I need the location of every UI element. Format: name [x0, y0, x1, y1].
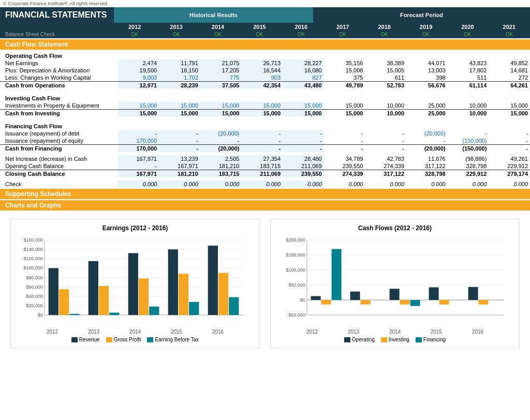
revenue-legend-item: Revenue [71, 337, 100, 342]
num-cell: - [489, 137, 530, 145]
num-cell: 183,715 [241, 162, 283, 170]
row-label: Cash from Financing [0, 145, 118, 153]
num-cell: 42,783 [365, 155, 406, 162]
num-cell: (150,000) [448, 137, 489, 145]
num-cell: (20,000) [200, 130, 242, 137]
num-cell: 229,912 [489, 162, 530, 170]
num-cell: - [324, 130, 365, 137]
num-cell: 44,071 [406, 59, 448, 67]
num-cell: - [159, 137, 200, 145]
num-cell: 1,702 [159, 74, 200, 82]
num-cell: 15,000 [159, 102, 200, 110]
year-2020: 2020 [447, 23, 488, 31]
row-label: Net Increase (decrease) in Cash [0, 155, 118, 162]
year-2015: 2015 [239, 23, 280, 31]
row-label: Plus: Depreciation & Amortization [0, 67, 118, 74]
num-cell: 15,000 [241, 110, 283, 117]
num-cell: - [241, 145, 283, 153]
num-cell: 38,389 [365, 59, 406, 67]
num-cell: (20,000) [406, 145, 448, 153]
historical-label: Historical Results [114, 7, 313, 23]
earnings-chart-title: Earnings (2012 - 2016) [16, 224, 254, 232]
num-cell: 167,971 [118, 170, 159, 178]
num-cell: - [365, 137, 406, 145]
num-cell: 0.000 [489, 181, 530, 188]
num-cell: 12,971 [118, 82, 159, 89]
num-cell: 15,000 [283, 102, 324, 110]
charts-container: Earnings (2012 - 2016) 2012 2013 2014 20… [0, 214, 530, 353]
row-label: Issuance (repayment) of debt [0, 130, 118, 137]
num-cell: 15,000 [324, 110, 365, 117]
num-cell: 2,474 [118, 59, 159, 67]
row-label: Closing Cash Balance [0, 170, 118, 178]
num-cell: - [365, 145, 406, 153]
forecast-label: Forecast Period [313, 7, 530, 23]
num-cell: 229,912 [448, 170, 489, 178]
num-cell: 25,000 [406, 102, 448, 110]
num-cell: - [324, 145, 365, 153]
num-cell: 15,000 [118, 110, 159, 117]
num-cell: 375 [324, 74, 365, 82]
check-2016: OK [281, 31, 322, 38]
row-label: Net Earnings [0, 59, 118, 67]
num-cell: 28,480 [283, 155, 324, 162]
num-cell: 52,783 [365, 82, 406, 89]
num-cell: 181,210 [200, 162, 242, 170]
num-cell: 903 [241, 74, 283, 82]
year-2016: 2016 [281, 23, 322, 31]
num-cell: 64,261 [489, 82, 530, 89]
num-cell: 167,971 [159, 162, 200, 170]
num-cell: 328,798 [448, 162, 489, 170]
num-cell: 183,715 [200, 170, 242, 178]
num-cell: 34,789 [324, 155, 365, 162]
num-cell: 827 [283, 74, 324, 82]
num-cell: - [200, 137, 242, 145]
years-blank [0, 23, 114, 31]
header-row: FINANCIAL STATEMENTS Historical Results … [0, 7, 530, 23]
num-cell: 0.000 [283, 181, 324, 188]
row-label: Opening Cash Balance [0, 162, 118, 170]
num-cell: 0.000 [365, 181, 406, 188]
operating-legend-color [344, 337, 350, 342]
num-cell: 272 [489, 74, 530, 82]
num-cell: 28,227 [283, 59, 324, 67]
check-2021: OK [489, 31, 530, 38]
financing-legend-color [416, 337, 422, 342]
check-2018: OK [363, 31, 405, 38]
year-2013: 2013 [155, 23, 197, 31]
num-cell: 317,122 [406, 162, 448, 170]
num-cell: - [241, 130, 283, 137]
num-cell: 2,505 [200, 155, 242, 162]
years-row: 2012 2013 2014 2015 2016 2017 2018 2019 … [0, 23, 530, 31]
num-cell: 11,676 [406, 155, 448, 162]
cashflows-x-axis: 2012 2013 2014 2015 2016 [276, 329, 514, 335]
num-cell: 15,000 [200, 110, 242, 117]
num-cell: 10,000 [365, 102, 406, 110]
ebt-legend-color [147, 337, 153, 342]
num-cell: 279,174 [489, 170, 530, 178]
num-cell: - [283, 145, 324, 153]
gross-profit-legend-color [106, 337, 112, 342]
operating-legend-item: Operating [344, 337, 375, 342]
num-cell: 16,080 [283, 67, 324, 74]
num-cell: 170,000 [118, 145, 159, 153]
num-cell: 0.000 [406, 181, 448, 188]
num-cell: (20,000) [200, 145, 242, 153]
num-cell: 25,000 [406, 110, 448, 117]
num-cell: 27,354 [241, 155, 283, 162]
num-cell: - [118, 162, 159, 170]
charts-section-header: Charts and Graphs [0, 200, 530, 211]
num-cell: 43,480 [283, 82, 324, 89]
num-cell: 0.000 [200, 181, 242, 188]
row-label: Cash from Operations [0, 82, 118, 89]
num-cell: 181,210 [159, 170, 200, 178]
num-cell: 13,003 [406, 67, 448, 74]
year-2017: 2017 [322, 23, 363, 31]
num-cell: 19,500 [118, 67, 159, 74]
row-label: Less: Changes in Working Capital [0, 74, 118, 82]
investing-legend-label: Investing [389, 337, 409, 342]
copyright-bar: © Corporate Finance Institute®. All righ… [0, 0, 530, 7]
num-cell: 0.000 [159, 181, 200, 188]
cashflows-chart-title: Cash Flows (2012 - 2016) [276, 224, 514, 232]
check-label: Balance Sheet Check [0, 31, 114, 38]
